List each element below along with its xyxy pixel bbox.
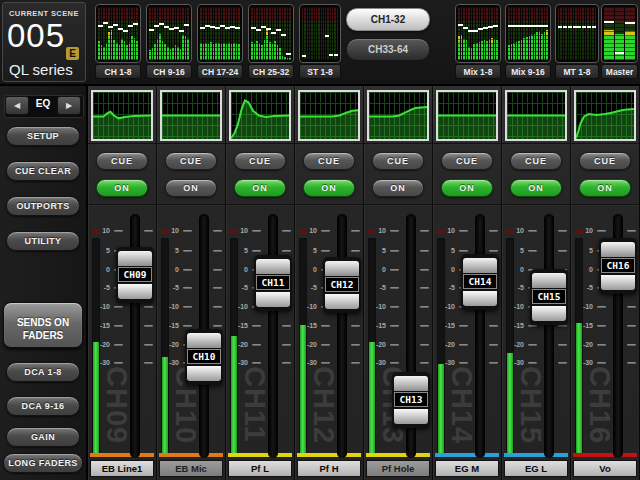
meter-block-ch1-8[interactable] — [95, 4, 141, 63]
cue-clear-button[interactable]: CUE CLEAR — [6, 161, 80, 181]
meter-block-ch17-24[interactable] — [197, 4, 243, 63]
sends-on-faders-button[interactable]: SENDS ON FADERS — [3, 302, 83, 348]
arrow-left-icon: ◀ — [14, 101, 20, 110]
channel-strip-ch09: CUE ON 1050-5-10-15-20-30 CH09 CH09 EB L… — [88, 86, 156, 480]
meter-block-mix9-16[interactable] — [505, 4, 551, 63]
channel-strip-ch10: CUE ON 1050-5-10-15-20-30 CH10 CH10 EB M… — [157, 86, 225, 480]
channel-strip-ch16: CUE ON 1050-5-10-15-20-30 CH16 CH16 Vo — [571, 86, 639, 480]
top-bar: CURRENT SCENE 005 E QL series CH 1-8 CH … — [0, 0, 640, 86]
eq-nav-next-button[interactable]: ▶ — [57, 96, 81, 115]
fader-cap[interactable]: CH12 — [323, 257, 361, 313]
fader-cap[interactable]: CH11 — [254, 255, 292, 311]
scene-number: 005 — [7, 17, 65, 55]
cap-label: CH12 — [325, 277, 359, 292]
meter-tab-ch25-32: CH 25-32 — [248, 64, 294, 79]
cap-shine — [463, 258, 497, 273]
cap-shine — [532, 306, 566, 321]
meter-tab-mix9-16: Mix 9-16 — [505, 64, 551, 79]
cap-shine — [256, 292, 290, 307]
meter-tab-ch1-8: CH 1-8 — [95, 64, 141, 79]
long-faders-button[interactable]: LONG FADERS — [3, 453, 83, 473]
cap-label: CH15 — [532, 289, 566, 304]
bank-button-ch33-64[interactable]: CH33-64 — [346, 38, 430, 61]
cap-shine — [601, 275, 635, 290]
cap-shine — [601, 242, 635, 257]
meter-tab-mix1-8: Mix 1-8 — [455, 64, 501, 79]
cap-shine — [463, 291, 497, 306]
fader-track[interactable] — [544, 214, 554, 458]
gain-button[interactable]: GAIN — [6, 427, 80, 447]
cap-label: CH14 — [463, 274, 497, 289]
cap-shine — [118, 251, 152, 266]
meter-tab-mt1-8: MT 1-8 — [555, 64, 599, 79]
utility-button[interactable]: UTILITY — [6, 231, 80, 251]
cap-label: CH10 — [187, 349, 221, 364]
outports-button[interactable]: OUTPORTS — [6, 196, 80, 216]
meter-tab-master: Master — [601, 64, 638, 79]
channel-strip-ch14: CUE ON 1050-5-10-15-20-30 CH14 CH14 EG M — [433, 86, 501, 480]
ql-mixer-screen: CURRENT SCENE 005 E QL series CH 1-8 CH … — [0, 0, 640, 480]
meter-block-mix1-8[interactable] — [455, 4, 501, 63]
cap-label: CH13 — [394, 392, 428, 407]
channel-strip-ch15: CUE ON 1050-5-10-15-20-30 CH15 CH15 EG L — [502, 86, 570, 480]
meter-block-master[interactable] — [601, 4, 638, 63]
fader-cap[interactable]: CH10 — [185, 329, 223, 385]
meter-tab-st1-8: ST 1-8 — [299, 64, 341, 79]
meter-block-ch9-16[interactable] — [146, 4, 192, 63]
cap-shine — [325, 261, 359, 276]
fader-track[interactable] — [337, 214, 347, 458]
cap-shine — [187, 366, 221, 381]
fader-cap[interactable]: CH09 — [116, 247, 154, 303]
cap-shine — [118, 284, 152, 299]
channel-strip-ch13: CUE ON 1050-5-10-15-20-30 CH13 CH13 Pf H… — [364, 86, 432, 480]
fader-cap[interactable]: CH15 — [530, 269, 568, 325]
cap-label: CH09 — [118, 267, 152, 282]
cap-shine — [187, 333, 221, 348]
cap-label: CH16 — [601, 258, 635, 273]
eq-nav-label: EQ — [30, 98, 56, 109]
fader-cap[interactable]: CH14 — [461, 254, 499, 310]
bank-button-ch1-32[interactable]: CH1-32 — [346, 8, 430, 31]
scene-edit-badge: E — [66, 47, 79, 60]
console-model: QL series — [9, 61, 73, 78]
sidebar: ◀ EQ ▶ SETUP CUE CLEAR OUTPORTS UTILITY … — [0, 86, 88, 480]
meter-block-mt1-8[interactable] — [555, 4, 599, 63]
scene-panel[interactable]: CURRENT SCENE 005 E QL series — [2, 2, 86, 82]
fader-track[interactable] — [268, 214, 278, 458]
meter-block-ch25-32[interactable] — [248, 4, 294, 63]
meter-tab-ch9-16: CH 9-16 — [146, 64, 192, 79]
dca-9-16-button[interactable]: DCA 9-16 — [6, 396, 80, 416]
cap-shine — [394, 376, 428, 391]
arrow-right-icon: ▶ — [66, 101, 72, 110]
dca-1-8-button[interactable]: DCA 1-8 — [6, 362, 80, 382]
fader-track[interactable] — [475, 214, 485, 458]
cap-shine — [256, 259, 290, 274]
fader-cap[interactable]: CH16 — [599, 238, 637, 294]
channel-strip-ch12: CUE ON 1050-5-10-15-20-30 CH12 CH12 Pf H — [295, 86, 363, 480]
meter-block-st1-8[interactable] — [299, 4, 341, 63]
channel-strip-ch11: CUE ON 1050-5-10-15-20-30 CH11 CH11 Pf L — [226, 86, 294, 480]
cap-shine — [394, 409, 428, 424]
cap-shine — [532, 273, 566, 288]
meter-tab-ch17-24: CH 17-24 — [197, 64, 243, 79]
fader-cap[interactable]: CH13 — [392, 372, 430, 428]
cap-shine — [325, 294, 359, 309]
eq-nav-prev-button[interactable]: ◀ — [5, 96, 29, 115]
setup-button[interactable]: SETUP — [6, 126, 80, 146]
cap-label: CH11 — [256, 275, 290, 290]
